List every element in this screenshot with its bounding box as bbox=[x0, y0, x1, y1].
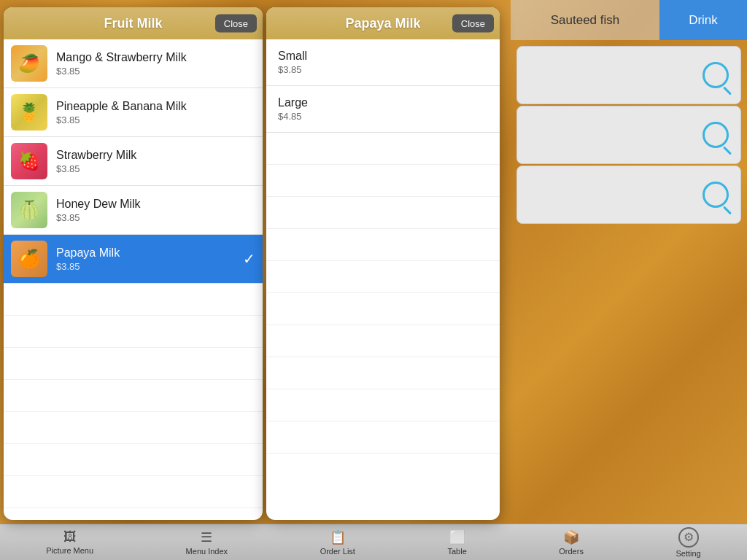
picture-menu-icon: 🖼 bbox=[63, 529, 77, 545]
fruit-milk-close-button[interactable]: Close bbox=[215, 15, 257, 33]
bottom-bar: 🖼 Picture Menu ☰ Menu Index 📋 Order List… bbox=[0, 524, 747, 560]
size-small[interactable]: Small $3.85 bbox=[266, 39, 500, 86]
gear-icon: ⚙ bbox=[678, 527, 699, 548]
empty-line-2 bbox=[4, 316, 263, 348]
table-icon: ⬜ bbox=[449, 529, 465, 545]
list-item-mango[interactable]: 🥭 Mango & Strawberry Milk $3.85 bbox=[4, 39, 263, 88]
item-image-mango: 🥭 bbox=[11, 45, 47, 82]
list-item-papaya[interactable]: 🍊 Papaya Milk $3.85 ✓ bbox=[4, 235, 263, 284]
papaya-empty-9 bbox=[266, 389, 500, 421]
item-name-honeydew: Honey Dew Milk bbox=[56, 198, 255, 211]
menu-index-label: Menu Index bbox=[186, 547, 228, 556]
papaya-size-list: Small $3.85 Large $4.85 bbox=[266, 39, 500, 520]
item-image-strawberry: 🍓 bbox=[11, 143, 47, 179]
papaya-empty-2 bbox=[266, 165, 500, 197]
item-image-papaya: 🍊 bbox=[11, 241, 47, 277]
size-small-price: $3.85 bbox=[278, 64, 488, 75]
orders-label: Orders bbox=[559, 547, 584, 556]
papaya-empty-5 bbox=[266, 261, 500, 293]
empty-line-4 bbox=[4, 380, 263, 412]
papaya-empty-8 bbox=[266, 357, 500, 389]
list-item-honeydew[interactable]: 🍈 Honey Dew Milk $3.85 bbox=[4, 186, 263, 235]
bottom-tab-orders[interactable]: 📦 Orders bbox=[559, 529, 584, 556]
item-price-honeydew: $3.85 bbox=[56, 212, 255, 223]
empty-line-7 bbox=[4, 476, 263, 508]
item-name-papaya: Papaya Milk bbox=[56, 246, 243, 260]
selected-checkmark: ✓ bbox=[243, 250, 255, 268]
top-bar-right: Sauteed fish Drink bbox=[511, 0, 747, 40]
item-price-strawberry: $3.85 bbox=[56, 163, 255, 174]
papaya-milk-header: Papaya Milk Close bbox=[266, 7, 500, 39]
bottom-tab-order-list[interactable]: 📋 Order List bbox=[320, 529, 355, 556]
size-small-name: Small bbox=[278, 50, 488, 63]
item-price-papaya: $3.85 bbox=[56, 261, 243, 272]
item-price-mango: $3.85 bbox=[56, 66, 255, 77]
empty-line-1 bbox=[4, 284, 263, 316]
fruit-milk-title: Fruit Milk bbox=[104, 16, 163, 31]
empty-line-3 bbox=[4, 348, 263, 380]
empty-line-8 bbox=[4, 508, 263, 520]
bottom-tab-picture-menu[interactable]: 🖼 Picture Menu bbox=[46, 529, 93, 555]
item-name-strawberry: Strawberry Milk bbox=[56, 149, 255, 162]
item-name-pineapple: Pineapple & Banana Milk bbox=[56, 100, 255, 113]
tab-drink[interactable]: Drink bbox=[659, 0, 747, 40]
papaya-milk-panel: Papaya Milk Close Small $3.85 Large $4.8… bbox=[266, 7, 500, 520]
orders-icon: 📦 bbox=[563, 529, 579, 545]
size-large-name: Large bbox=[278, 96, 488, 109]
papaya-milk-close-button[interactable]: Close bbox=[452, 15, 494, 33]
order-list-icon: 📋 bbox=[330, 529, 346, 545]
empty-line-5 bbox=[4, 412, 263, 444]
papaya-empty-10 bbox=[266, 421, 500, 454]
papaya-empty-6 bbox=[266, 293, 500, 325]
empty-line-6 bbox=[4, 444, 263, 476]
papaya-empty-3 bbox=[266, 197, 500, 229]
item-price-pineapple: $3.85 bbox=[56, 114, 255, 125]
item-image-honeydew: 🍈 bbox=[11, 192, 47, 228]
bottom-tab-menu-index[interactable]: ☰ Menu Index bbox=[186, 529, 228, 556]
item-image-pineapple: 🍍 bbox=[11, 94, 47, 131]
fruit-milk-list: 🥭 Mango & Strawberry Milk $3.85 🍍 Pineap… bbox=[4, 39, 263, 520]
bottom-tab-table[interactable]: ⬜ Table bbox=[447, 529, 466, 556]
fruit-milk-header: Fruit Milk Close bbox=[4, 7, 263, 39]
tab-sauteed-fish[interactable]: Sauteed fish bbox=[511, 0, 659, 40]
picture-menu-label: Picture Menu bbox=[46, 546, 93, 555]
papaya-empty-4 bbox=[266, 229, 500, 261]
item-name-mango: Mango & Strawberry Milk bbox=[56, 51, 255, 64]
list-item-pineapple[interactable]: 🍍 Pineapple & Banana Milk $3.85 bbox=[4, 88, 263, 137]
papaya-empty-7 bbox=[266, 325, 500, 357]
fruit-milk-panel: Fruit Milk Close 🥭 Mango & Strawberry Mi… bbox=[4, 7, 263, 520]
bottom-tab-setting[interactable]: ⚙ Setting bbox=[676, 527, 700, 558]
papaya-empty-1 bbox=[266, 133, 500, 165]
table-label: Table bbox=[447, 547, 466, 556]
setting-label: Setting bbox=[676, 549, 700, 558]
papaya-milk-title: Papaya Milk bbox=[345, 16, 420, 31]
size-large[interactable]: Large $4.85 bbox=[266, 86, 500, 133]
list-item-strawberry[interactable]: 🍓 Strawberry Milk $3.85 bbox=[4, 137, 263, 186]
menu-index-icon: ☰ bbox=[201, 529, 212, 545]
order-list-label: Order List bbox=[320, 547, 355, 556]
size-large-price: $4.85 bbox=[278, 111, 488, 122]
